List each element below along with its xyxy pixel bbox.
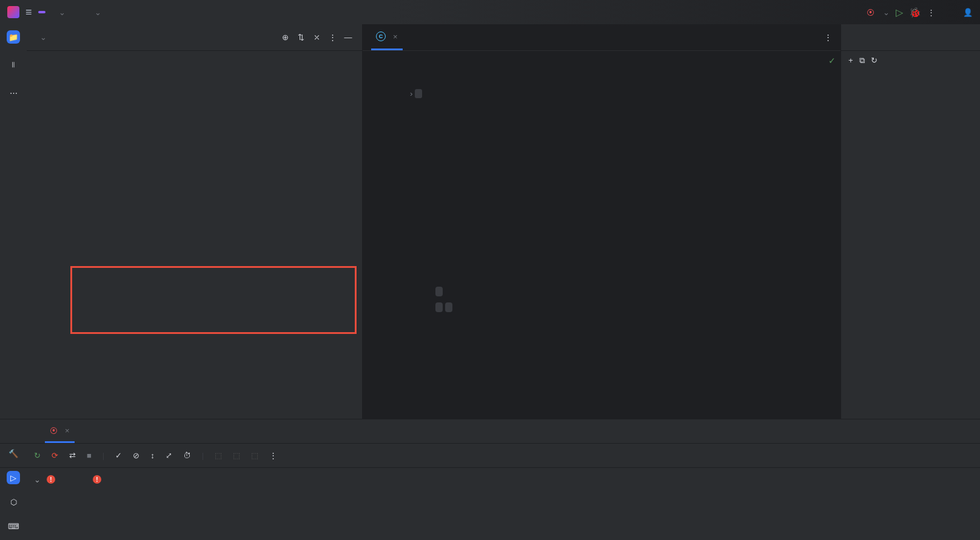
chevron-down-icon[interactable]: ⌄ [40,33,47,42]
chevron-down-icon[interactable]: ⌄ [95,8,101,17]
add-datasource-icon[interactable]: + [848,56,853,65]
project-badge [38,11,45,13]
database-panel-title [841,24,980,51]
expand-icon[interactable]: ⇅ [295,33,306,42]
run-toolbar: ↻ ⟳ ⇄ ■ | ✓ ⊘ ↕ ⤢ ⏱ | ⬚ ⬚ ⬚ ⋮ [0,444,980,468]
import-icon[interactable]: ⬚ [215,451,222,460]
stop-icon[interactable]: ■ [87,451,92,460]
account-icon[interactable]: 👤 [963,8,973,17]
chevron-down-icon: ⌄ [883,8,890,17]
editor-tabs: C × ⋮ [363,24,841,51]
project-tool-icon[interactable]: 📁 [7,30,20,44]
gutter-marks [405,51,417,419]
rerun-icon[interactable]: ↻ [34,451,41,460]
export-icon[interactable]: ⬚ [233,451,240,460]
titlebar: ≡ ⌄ ⌄ ⦿ ⌄ ▷ 🐞 ⋮ 👤 [0,0,980,24]
more-tools-icon[interactable]: ⋯ [7,86,20,99]
services-tool-icon[interactable]: ⬡ [7,495,20,508]
editor-area: C × ⋮ ✓ › [363,24,841,419]
history-icon[interactable]: ⏱ [183,451,191,460]
hide-icon[interactable]: — [343,33,354,42]
test-fail-icon: ⦿ [50,426,58,435]
run-status-bar: ⌄ ! ! [0,468,980,491]
settings-icon[interactable]: ⬚ [251,451,258,460]
locate-icon[interactable]: ⊕ [280,33,290,42]
sort-icon[interactable]: ↕ [150,451,155,460]
copy-icon[interactable]: ⧉ [859,56,865,65]
close-icon[interactable]: × [393,32,398,41]
chevron-down-icon[interactable]: ⌄ [34,475,41,484]
expand-all-icon[interactable]: ⤢ [166,451,172,460]
ide-logo-icon [7,6,19,18]
line-gutter [363,51,405,419]
rerun-failed-icon[interactable]: ⟳ [52,451,58,460]
build-tool-icon[interactable]: 🔨 [7,447,20,460]
more-icon[interactable]: ⋮ [327,33,338,42]
project-tree[interactable] [27,51,362,419]
left-bottom-rail: 🔨 ▷ ⬡ ⌨ [0,447,27,540]
more-icon[interactable]: ⋮ [269,451,277,460]
close-icon[interactable]: × [65,426,70,435]
database-panel: + ⧉ ↻ [841,24,980,419]
code-editor[interactable]: ✓ › [363,51,841,419]
run-panel: ⦿ × ↻ ⟳ ⇄ ■ | ✓ ⊘ ↕ ⤢ ⏱ | ⬚ ⬚ ⬚ ⋮ ⌄ ! ! [0,419,980,540]
run-tab-sampletest[interactable]: ⦿ × [45,419,75,443]
structure-tool-icon[interactable]: ⫴ [7,58,20,72]
run-icon[interactable]: ▷ [896,7,903,18]
toggle-auto-icon[interactable]: ⇄ [69,451,76,460]
test-icon: ⦿ [867,8,874,17]
error-icon: ! [93,475,101,484]
debug-icon[interactable]: 🐞 [909,7,921,18]
class-icon: C [376,32,386,41]
more-icon[interactable]: ⋮ [927,8,935,17]
collapse-icon[interactable]: ⤫ [311,33,322,42]
project-panel: ⌄ ⊕ ⇅ ⤫ ⋮ — [27,24,363,419]
database-toolbar: + ⧉ ↻ [841,51,980,70]
editor-tab-active[interactable]: C × [371,24,403,50]
error-icon: ! [47,475,55,484]
run-tool-icon[interactable]: ▷ [7,471,20,484]
main-menu-icon[interactable]: ≡ [25,6,32,19]
chevron-down-icon[interactable]: ⌄ [59,8,65,17]
show-passed-icon[interactable]: ✓ [115,451,122,460]
annotation-box [70,266,357,334]
more-icon[interactable]: ⋮ [824,33,832,42]
database-tree[interactable] [841,70,980,75]
run-panel-tabs: ⦿ × [0,419,980,444]
left-tool-rail: 📁 ⫴ ⋯ [0,24,27,419]
project-panel-header: ⌄ ⊕ ⇅ ⤫ ⋮ — [27,24,362,51]
run-config-selector[interactable]: ⦿ ⌄ [867,8,890,17]
code-content[interactable]: › [417,51,841,419]
refresh-icon[interactable]: ↻ [871,56,878,65]
analysis-ok-icon[interactable]: ✓ [828,56,836,65]
terminal-tool-icon[interactable]: ⌨ [7,519,20,533]
show-ignored-icon[interactable]: ⊘ [133,451,139,460]
